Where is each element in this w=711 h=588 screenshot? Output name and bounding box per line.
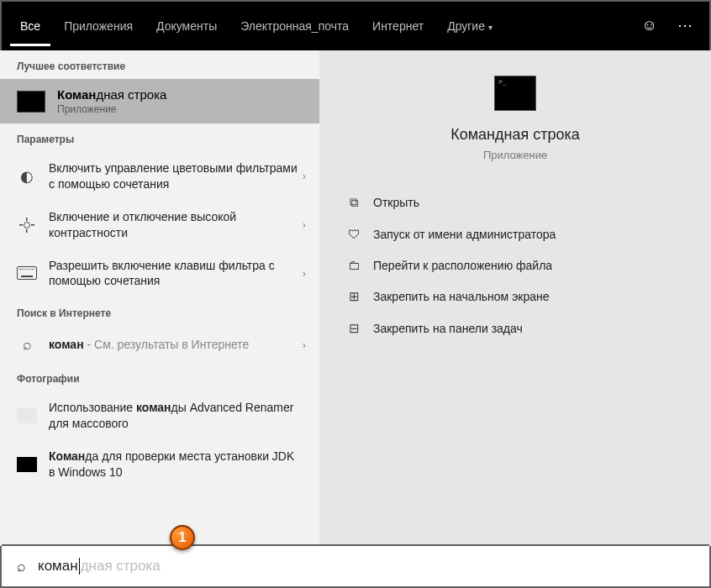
pin-taskbar-icon: ⊟ <box>346 321 361 336</box>
section-photos: Фотографии <box>0 363 319 391</box>
best-match-title: Командная строка <box>57 87 166 102</box>
search-icon: ⌕ <box>17 558 26 575</box>
results-panel: Лучшее соответствие Командная строка При… <box>0 50 319 546</box>
search-bar[interactable]: ⌕ командная строка <box>2 544 709 586</box>
chevron-right-icon: › <box>303 170 306 182</box>
preview-panel: Командная строка Приложение ⧉ Открыть 🛡 … <box>319 50 711 546</box>
preview-title: Командная строка <box>340 126 691 144</box>
best-match-item[interactable]: Командная строка Приложение <box>0 79 319 123</box>
contrast-icon <box>17 215 37 235</box>
keyboard-icon <box>17 263 37 283</box>
cmd-icon <box>17 91 45 113</box>
section-web: Поиск в Интернете <box>0 297 319 326</box>
web-search-item[interactable]: ⌕ коман - См. результаты в Интернете › <box>0 326 319 363</box>
photo-item[interactable]: Использование команды Advanced Renamer д… <box>0 391 319 440</box>
thumbnail-icon <box>17 406 37 426</box>
app-large-icon <box>494 76 536 111</box>
action-open-location[interactable]: 🗀 Перейти к расположению файла <box>340 249 691 281</box>
palette-icon: ◐ <box>17 166 37 186</box>
pin-start-icon: ⊞ <box>346 289 361 304</box>
action-run-as-admin[interactable]: 🛡 Запуск от имени администратора <box>340 218 691 249</box>
thumbnail-icon <box>17 454 37 475</box>
section-best-match: Лучшее соответствие <box>0 50 319 79</box>
section-settings: Параметры <box>0 123 319 152</box>
search-icon: ⌕ <box>17 334 37 354</box>
folder-icon: 🗀 <box>346 258 361 272</box>
best-match-subtitle: Приложение <box>57 103 166 115</box>
settings-item[interactable]: Разрешить включение клавиш фильтра с пом… <box>0 249 319 298</box>
settings-item[interactable]: ◐ Включить управление цветовыми фильтрам… <box>0 152 319 201</box>
chevron-right-icon: › <box>303 218 306 231</box>
settings-item[interactable]: Включение и отключение высокой контрастн… <box>0 201 319 249</box>
open-icon: ⧉ <box>346 195 361 210</box>
action-open[interactable]: ⧉ Открыть <box>340 186 691 218</box>
preview-subtitle: Приложение <box>340 149 691 161</box>
photo-item[interactable]: Команда для проверки места установки JDK… <box>0 440 319 489</box>
search-input[interactable]: командная строка <box>38 558 161 575</box>
chevron-right-icon: › <box>303 267 306 280</box>
action-pin-taskbar[interactable]: ⊟ Закрепить на панели задач <box>340 312 691 344</box>
chevron-right-icon: › <box>303 339 306 351</box>
action-pin-start[interactable]: ⊞ Закрепить на начальном экране <box>340 281 691 312</box>
shield-icon: 🛡 <box>346 227 361 241</box>
